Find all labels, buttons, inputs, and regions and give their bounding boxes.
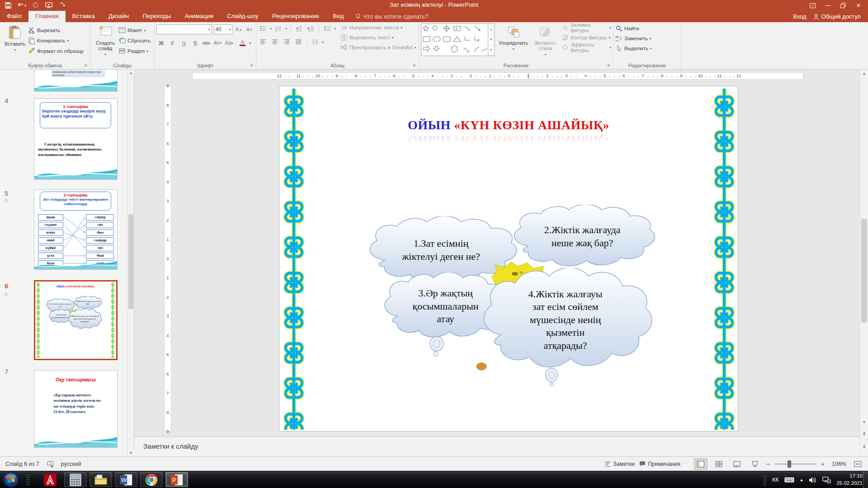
align-left-button[interactable] [258,38,268,47]
tab-design[interactable]: Дизайн [102,11,136,22]
format-painter-button[interactable]: Формат по образцу [28,46,84,56]
change-case-button[interactable]: Aa▾ [224,38,234,48]
reading-view-button[interactable] [730,458,744,470]
scroll-up-icon[interactable]: ▲ [127,70,134,76]
shapes-gallery-scroll[interactable]: ▲▼▼́ [488,24,494,56]
tab-animations[interactable]: Анимация [178,11,220,22]
shape-fill-button[interactable]: Заливка фигуры▾ [561,23,611,32]
arrange-button[interactable]: Упорядочить▾ [497,23,529,61]
thumbnail-slide-3[interactable]: мамандығын, кәсібін білдіретін сөздерге … [34,69,118,92]
thumbnail-slide-6-selected[interactable]: ОЙЫН «КҮН КӨЗІН АШАЙЫҚ» 1.Зат есімнің жі… [34,280,118,360]
thumbnail-slide-7[interactable]: Оқу тапсырмасы «Құстардың әңгімесі» мәті… [34,370,118,448]
text-direction-button[interactable]: Направление текста▾ [340,23,416,32]
tab-view[interactable]: Вид [326,11,350,22]
slideshow-view-button[interactable] [748,458,762,470]
scroll-down-icon[interactable]: ▼ [127,450,134,456]
tab-home[interactable]: Главная [28,11,65,22]
font-color-button[interactable]: А [238,38,247,48]
question-cloud-4[interactable]: 4.Жіктік жалғауы зат есім сөйлем мүшесін… [476,268,655,372]
quick-styles-button[interactable]: Экспресс-стили▾ [532,23,559,61]
zoom-level[interactable]: 106% [829,461,846,467]
columns-button[interactable] [310,38,320,47]
thumbnail-slide-5[interactable]: 2-тапсырма Зат есімдерді тиісті жалғаула… [34,189,118,270]
increase-indent-button[interactable] [306,24,316,33]
keyboard-icon[interactable] [784,476,794,483]
copy-button[interactable]: Копировать▾ [28,36,84,46]
replace-button[interactable]: abac Заменить▾ [615,34,679,42]
spellcheck-icon[interactable] [47,460,54,467]
zoom-slider-thumb[interactable] [788,460,791,468]
zoom-slider[interactable] [775,464,816,465]
select-button[interactable]: Выделить▾ [615,44,679,52]
next-slide-button[interactable]: ▼▼ [860,443,868,450]
underline-button[interactable]: Ч [179,38,189,48]
shape-outline-button[interactable]: Контур фигуры▾ [561,33,611,42]
align-center-button[interactable] [270,38,280,47]
thumbnail-slide-4[interactable]: 1-тапсырма Берілген сөздерді көшіріп жаз… [34,99,118,180]
language-indicator[interactable]: русский [61,461,81,467]
font-size-combo[interactable]: 40▾ [214,24,232,34]
shapes-gallery[interactable]: A [421,23,495,56]
layout-button[interactable]: Макет▾ [118,25,151,35]
paste-button[interactable]: Вставить▾ [2,23,28,61]
previous-slide-button[interactable]: ▲▲ [860,429,868,437]
language-input-indicator[interactable]: КК [772,477,779,483]
tab-insert[interactable]: Вставка [66,11,102,22]
text-shadow-button[interactable]: S [190,38,200,48]
sign-in-link[interactable]: Вход [793,13,806,20]
font-name-combo[interactable]: ▾ [156,24,212,34]
taskbar-powerpoint-icon[interactable]: P [165,472,188,487]
tab-file[interactable]: Файл [0,11,28,22]
fit-slide-button[interactable] [851,458,864,470]
slide-sorter-view-button[interactable] [712,458,726,470]
scroll-up-icon[interactable]: ▲ [860,70,868,77]
notes-pane[interactable]: Заметки к слайду [134,436,860,456]
slide-canvas[interactable]: ОЙЫН «КҮН КӨЗІН АШАЙЫҚ» ОЙЫН «КҮН КӨЗІН … [279,86,738,432]
bold-button[interactable]: Ж [156,38,166,48]
minimize-button[interactable]: — [820,0,835,11]
bullets-button[interactable] [258,24,268,33]
line-spacing-button[interactable] [322,24,332,33]
shrink-font-button[interactable]: А▼ [245,25,254,34]
numbering-button[interactable]: 123 [274,24,283,33]
tab-transitions[interactable]: Переходы [136,11,178,22]
indent-marker[interactable] [528,73,529,79]
zoom-in-button[interactable]: + [821,460,825,468]
taskbar-adobe-reader-icon[interactable] [39,472,61,487]
volume-icon[interactable] [809,477,816,483]
strikethrough-button[interactable]: abc [202,38,211,48]
taskbar-word-icon[interactable]: W [115,472,137,487]
thumbnail-scrollbar[interactable]: ▲ ▼ [127,70,134,456]
italic-button[interactable]: К [168,38,177,48]
drawing-dialog-launcher[interactable]: ⇲ [607,63,612,68]
close-button[interactable]: ✕ [851,0,866,11]
decrease-indent-button[interactable] [294,24,304,33]
tell-me-box[interactable]: Что вы хотите сделать? [351,11,433,22]
taskbar-calculator-icon[interactable] [64,472,87,487]
cut-button[interactable]: Вырезать [28,25,84,35]
reset-button[interactable]: Сбросить [118,36,151,46]
taskbar-explorer-icon[interactable] [90,472,112,487]
comments-toggle[interactable]: Примечания [639,461,680,467]
tab-review[interactable]: Рецензирование [265,11,326,22]
show-desktop-button[interactable] [863,471,868,488]
horizontal-ruler[interactable]: 1211109876543210123456789101112 [192,72,803,80]
normal-view-button[interactable] [694,458,708,470]
slide-indicator[interactable]: Слайд 6 из 7 [5,461,39,467]
find-button[interactable]: Найти [615,24,679,33]
taskbar-chrome-icon[interactable] [140,472,163,487]
tray-clock[interactable]: 17:10 25.02.2021 [836,473,863,487]
convert-smartart-button[interactable]: Преобразовать в SmartArt▾ [340,43,416,52]
new-slide-button[interactable]: Создать слайд▾ [92,23,118,61]
restore-button[interactable] [835,0,851,11]
paragraph-dialog-launcher[interactable]: ⇲ [412,63,418,68]
question-cloud-2[interactable]: 2.Жіктік жалғауда неше жақ бар? [508,205,657,269]
zoom-out-button[interactable]: − [766,460,770,468]
start-button[interactable] [3,472,19,488]
character-spacing-button[interactable]: AV▾ [213,38,222,48]
notes-toggle[interactable]: Заметки [604,461,635,467]
editor-scrollbar[interactable]: ▲ ▼ ▲▲ ▼▼ [860,70,868,456]
slide-title[interactable]: ОЙЫН «КҮН КӨЗІН АШАЙЫҚ» [279,118,738,132]
justify-button[interactable] [293,38,303,47]
scroll-down-icon[interactable]: ▼ [860,418,868,426]
